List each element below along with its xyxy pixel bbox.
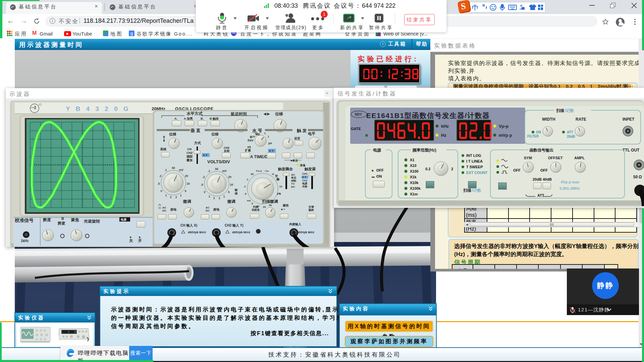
svg-text:微调: 微调 — [227, 199, 235, 204]
svg-text:电源: 电源 — [373, 148, 381, 153]
svg-text:聚焦: 聚焦 — [71, 218, 79, 222]
svg-text:50: 50 — [172, 166, 175, 170]
svg-text:AMPL: AMPL — [574, 156, 585, 160]
svg-text:方式: 方式 — [194, 141, 201, 145]
svg-text:位移: 位移 — [169, 132, 176, 136]
svg-text:.2: .2 — [202, 175, 205, 179]
svg-text:频率范围(Hz): 频率范围(Hz) — [412, 148, 436, 153]
svg-text:.5: .5 — [201, 183, 203, 186]
svg-text:400Vpk MAX: 400Vpk MAX — [188, 231, 206, 234]
svg-text:.1: .1 — [246, 178, 249, 181]
svg-text:OFF: OFF — [513, 168, 521, 172]
svg-text:ATT: ATT — [537, 193, 544, 197]
svg-text:位移: 位移 — [211, 132, 219, 136]
svg-text:电源: 电源 — [121, 218, 127, 221]
svg-text:扩展: 扩展 — [245, 148, 251, 152]
svg-text:2: 2 — [451, 167, 453, 171]
svg-text:EXT COUNT: EXT COUNT — [466, 171, 488, 175]
svg-text:关: 关 — [129, 239, 133, 243]
svg-text:TTL OUT: TTL OUT — [623, 148, 640, 153]
svg-text:CH 输入 X): CH 输入 X) — [180, 224, 197, 227]
svg-text:扫描: 扫描 — [463, 188, 471, 193]
svg-text:触发源: 触发源 — [304, 167, 316, 171]
svg-text:0.2Hz-2MHz: 0.2Hz-2MHz — [559, 186, 580, 190]
svg-text:光迹旋转: 光迹旋转 — [84, 219, 100, 224]
svg-text:■: ■ — [372, 169, 373, 172]
svg-text:■单次: ■单次 — [290, 159, 298, 162]
svg-text:Hz: Hz — [441, 133, 446, 138]
svg-text:2: 2 — [170, 195, 172, 199]
svg-text:延续: 延续 — [160, 147, 166, 151]
svg-text:触 发: 触 发 — [297, 128, 307, 133]
svg-text:TV: TV — [291, 182, 295, 185]
svg-text:kHz: kHz — [441, 124, 449, 129]
svg-text:CH2 输入 Y): CH2 输入 Y) — [225, 224, 244, 227]
svg-text:2: 2 — [264, 132, 266, 135]
svg-text:2: 2 — [219, 196, 220, 200]
svg-text:垂 直: 垂 直 — [190, 128, 201, 133]
svg-text:GATE: GATE — [351, 127, 361, 131]
svg-text:WIDTH: WIDTH — [542, 117, 555, 122]
svg-text:电源: 电源 — [302, 182, 308, 185]
svg-text:辉度: 辉度 — [43, 218, 51, 222]
svg-text:1: 1 — [209, 195, 210, 198]
svg-text:20: 20 — [185, 174, 188, 178]
svg-text:50: 50 — [215, 167, 218, 171]
svg-text:ms: ms — [247, 199, 251, 202]
svg-text:400Vpk MAX: 400Vpk MAX — [232, 231, 250, 234]
svg-text:观踪: 观踪 — [186, 155, 193, 158]
svg-text:X10: X10 — [410, 164, 417, 168]
svg-text:ON: ON — [536, 130, 541, 134]
svg-text:DC: DC — [291, 185, 295, 188]
svg-text:Vp-p: Vp-p — [499, 124, 508, 129]
svg-text:位移: 位移 — [275, 112, 283, 116]
svg-text:EE1641B1型函数信号发生器/计数器: EE1641B1型函数信号发生器/计数器 — [366, 112, 490, 119]
svg-text:~Tv: ~Tv — [264, 170, 269, 173]
svg-text:■: ■ — [139, 236, 141, 239]
svg-text:扫描: 扫描 — [253, 205, 258, 208]
svg-text:外接输入: 外接输入 — [289, 223, 302, 226]
svg-text:10: 10 — [230, 183, 233, 186]
svg-text:H: H — [272, 173, 274, 176]
svg-text:20dB: 20dB — [567, 135, 575, 138]
svg-text:400Vpk MAX: 400Vpk MAX — [297, 231, 314, 234]
svg-text:X1: X1 — [410, 158, 414, 162]
svg-text:Ω: Ω — [639, 175, 642, 179]
svg-text:1: 1 — [180, 194, 182, 197]
svg-text:mVp p: mVp p — [499, 133, 512, 138]
svg-text:120: 120 — [251, 135, 255, 138]
svg-text:AC: AC — [206, 206, 210, 209]
svg-text:■ +: ■ + — [281, 208, 285, 211]
svg-text:20: 20 — [263, 205, 266, 208]
svg-text:10: 10 — [255, 132, 258, 135]
svg-text:.1: .1 — [164, 168, 167, 172]
svg-text:SYM: SYM — [524, 156, 532, 160]
svg-text:X1k: X1k — [410, 175, 417, 179]
svg-text:电平: 电平 — [308, 132, 315, 136]
svg-text:触发: 触发 — [308, 208, 314, 212]
svg-text:常态: 常态 — [291, 176, 297, 179]
svg-text:Y B 4 3 2 0 G: Y B 4 3 2 0 G — [66, 105, 130, 112]
svg-text:X Y: X Y — [269, 149, 274, 153]
svg-text:B: B — [61, 217, 64, 221]
svg-text:mV: mV — [179, 168, 183, 172]
svg-text:2: 2 — [213, 196, 215, 200]
svg-text:▬: ▬ — [372, 175, 375, 178]
svg-text:断: 断 — [235, 188, 238, 192]
svg-text:/计数: /计数 — [472, 188, 481, 193]
svg-text:Ch2: Ch2 — [302, 179, 308, 182]
svg-text:1: 1 — [223, 195, 225, 198]
svg-text:50: 50 — [251, 173, 254, 176]
svg-text:20dB 40dB: 20dB 40dB — [533, 177, 552, 181]
svg-text:/DIV: /DIV — [248, 139, 254, 142]
svg-text:开: 开 — [138, 239, 142, 243]
svg-text:续: 续 — [234, 192, 238, 195]
svg-text:/记数: /记数 — [565, 108, 574, 113]
svg-text:I T LINEA: I T LINEA — [466, 159, 483, 163]
svg-text:◀ ▶: ◀ ▶ — [263, 112, 270, 116]
svg-text:延迟时间: 延迟时间 — [230, 112, 247, 116]
svg-text:5: 5 — [228, 190, 230, 194]
svg-text:TV-V: TV-V — [256, 170, 262, 173]
svg-text:AC: AC — [162, 206, 166, 209]
svg-text:X5: X5 — [247, 145, 251, 149]
